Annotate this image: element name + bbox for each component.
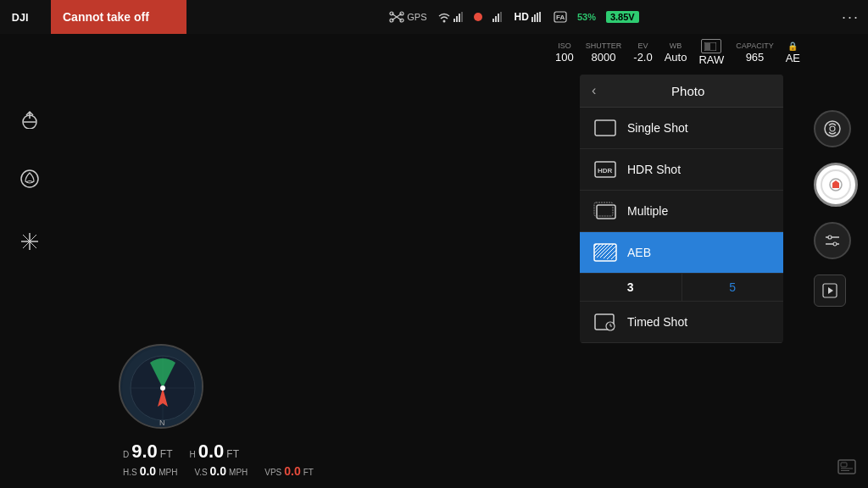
telem-row-1: D 9.0 FT H 0.0 FT bbox=[123, 441, 314, 463]
svg-rect-19 bbox=[531, 17, 533, 22]
wb-setting[interactable]: WB Auto bbox=[665, 42, 687, 66]
format-setting[interactable]: RAW bbox=[698, 39, 724, 68]
svg-line-53 bbox=[607, 250, 616, 259]
aeb-item[interactable]: AEB bbox=[580, 232, 783, 274]
timed-shot-icon bbox=[593, 313, 617, 331]
aeb-label: AEB bbox=[627, 246, 651, 259]
distance-label: D bbox=[123, 450, 129, 459]
top-right-controls: ··· bbox=[842, 8, 868, 26]
hd-label: HD bbox=[515, 11, 543, 23]
svg-rect-20 bbox=[534, 14, 536, 22]
svg-rect-11 bbox=[456, 16, 458, 22]
svg-point-65 bbox=[833, 242, 837, 246]
height-unit: FT bbox=[226, 448, 239, 460]
hspeed-label: H.S bbox=[123, 468, 137, 477]
vspeed-value: 0.0 bbox=[210, 464, 226, 478]
svg-rect-12 bbox=[459, 14, 460, 22]
vps-label: VPS bbox=[264, 468, 281, 477]
timed-shot-item[interactable]: Timed Shot bbox=[580, 302, 783, 343]
signal-bars bbox=[492, 12, 504, 22]
aeb-opt-3[interactable]: 3 bbox=[580, 274, 682, 301]
svg-text:DJI: DJI bbox=[12, 12, 29, 24]
aeb-icon bbox=[593, 243, 617, 262]
svg-text:FA: FA bbox=[556, 14, 565, 21]
takeoff-button[interactable] bbox=[15, 102, 44, 130]
svg-rect-10 bbox=[453, 19, 455, 22]
shutter-button[interactable] bbox=[814, 163, 858, 207]
voltage-display: 3.85V bbox=[606, 11, 639, 23]
svg-marker-67 bbox=[828, 287, 833, 294]
shutter-setting[interactable]: SHUTTER 8000 bbox=[586, 42, 622, 66]
hdr-shot-item[interactable]: HDR HDR Shot bbox=[580, 149, 783, 191]
single-shot-label: Single Shot bbox=[627, 121, 688, 135]
battery-percent: 53% bbox=[577, 12, 596, 22]
height-label: H bbox=[190, 450, 196, 459]
gps-label: GPS bbox=[407, 12, 426, 22]
svg-rect-16 bbox=[495, 16, 497, 22]
telemetry-panel: D 9.0 FT H 0.0 FT H.S 0.0 MPH V.S 0.0 MP… bbox=[123, 441, 314, 480]
warning-text: Cannot take off bbox=[63, 10, 149, 24]
photo-panel: ‹ Photo Single Shot HDR HDR Shot Multi bbox=[580, 75, 783, 343]
svg-rect-15 bbox=[492, 19, 494, 22]
svg-rect-26 bbox=[705, 43, 710, 50]
svg-point-38 bbox=[160, 385, 165, 391]
svg-rect-18 bbox=[500, 12, 502, 22]
svg-point-63 bbox=[828, 236, 832, 239]
multiple-item[interactable]: Multiple bbox=[580, 191, 783, 232]
iso-setting[interactable]: ISO 100 bbox=[555, 42, 574, 66]
ev-setting[interactable]: EV -2.0 bbox=[633, 42, 652, 66]
playback-button[interactable] bbox=[814, 274, 846, 307]
ae-setting[interactable]: 🔒 AE bbox=[786, 41, 800, 66]
recording-status bbox=[474, 13, 482, 21]
single-shot-icon bbox=[593, 119, 617, 137]
hspeed-display: H.S 0.0 MPH bbox=[123, 464, 177, 478]
camera-settings-button[interactable] bbox=[814, 222, 851, 259]
svg-rect-40 bbox=[595, 120, 615, 136]
svg-point-9 bbox=[442, 20, 445, 23]
camera-settings-row: ISO 100 SHUTTER 8000 EV -2.0 WB Auto RAW… bbox=[555, 39, 800, 68]
aeb-opt-5[interactable]: 5 bbox=[682, 274, 784, 301]
svg-text:N: N bbox=[159, 419, 165, 427]
vspeed-unit: MPH bbox=[229, 468, 248, 477]
aeb-options: 3 5 bbox=[580, 274, 783, 302]
fa-status: FA bbox=[554, 11, 567, 23]
gps-status: GPS bbox=[389, 11, 426, 23]
vspeed-display: V.S 0.0 MPH bbox=[194, 464, 248, 478]
telem-row-2: H.S 0.0 MPH V.S 0.0 MPH VPS 0.0 FT bbox=[123, 464, 314, 478]
hdr-shot-icon: HDR bbox=[593, 160, 617, 179]
svg-rect-22 bbox=[539, 12, 541, 22]
return-home-button[interactable] bbox=[15, 164, 44, 193]
distance-unit: FT bbox=[160, 448, 173, 460]
height-display: H 0.0 FT bbox=[190, 441, 240, 463]
svg-rect-21 bbox=[537, 13, 538, 22]
top-center-status: GPS bbox=[186, 11, 842, 23]
camera-flip-button[interactable] bbox=[814, 110, 851, 147]
svg-line-54 bbox=[611, 254, 616, 259]
battery-status: 53% bbox=[577, 12, 596, 22]
vps-value: 0.0 bbox=[284, 464, 300, 478]
single-shot-item[interactable]: Single Shot bbox=[580, 108, 783, 149]
vspeed-label: V.S bbox=[194, 468, 207, 477]
left-controls bbox=[15, 102, 44, 256]
hspeed-value: 0.0 bbox=[140, 464, 156, 478]
svg-text:HDR: HDR bbox=[598, 167, 613, 175]
height-value: 0.0 bbox=[198, 441, 225, 463]
svg-point-14 bbox=[474, 13, 482, 21]
vps-display: VPS 0.0 FT bbox=[264, 464, 314, 478]
warning-bar: Cannot take off bbox=[51, 0, 186, 34]
svg-line-49 bbox=[594, 244, 607, 257]
capacity-setting: CAPACITY 965 bbox=[736, 42, 773, 66]
waypoint-button[interactable] bbox=[15, 227, 44, 256]
timed-shot-label: Timed Shot bbox=[627, 315, 687, 329]
back-button[interactable]: ‹ bbox=[592, 83, 596, 98]
more-button[interactable]: ··· bbox=[842, 8, 860, 26]
svg-rect-69 bbox=[841, 463, 847, 467]
hdr-shot-label: HDR Shot bbox=[627, 163, 681, 176]
panel-title: Photo bbox=[604, 84, 771, 98]
svg-line-50 bbox=[597, 244, 610, 258]
multiple-icon bbox=[593, 202, 617, 220]
right-controls bbox=[814, 110, 858, 307]
svg-rect-13 bbox=[461, 12, 463, 22]
distance-value: 9.0 bbox=[131, 441, 158, 463]
bottom-right-icon[interactable] bbox=[837, 459, 856, 478]
